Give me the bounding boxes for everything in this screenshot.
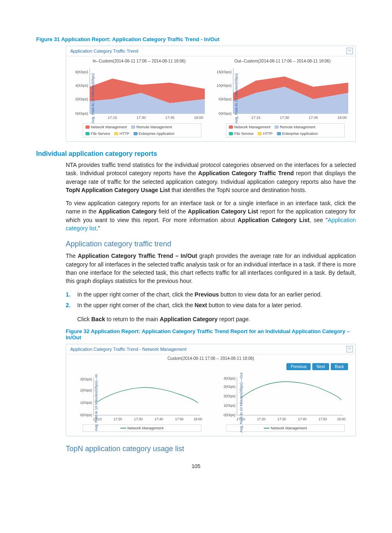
ytick: 2(Kbps): [80, 389, 92, 393]
text: button to view data for an earlier perio…: [219, 291, 322, 298]
legend-label: File Service: [234, 132, 254, 136]
heading-topn-usage-list: TopN application category usage list: [66, 445, 356, 453]
legend-label: Network Management: [127, 426, 164, 430]
legend-label: Remote Management: [280, 125, 316, 129]
figure32-in-chart: Avg. Rate in 10 Minutes(Kbps)—In 0(Kbps)…: [69, 373, 210, 432]
xtick: 17:20: [113, 417, 122, 421]
legend: Network Management: [226, 424, 345, 432]
ytick: 2(Kbps): [75, 97, 88, 101]
xtick: 17:30: [280, 116, 289, 120]
page-number: 105: [36, 463, 356, 469]
xtick: 17:30: [134, 417, 143, 421]
collapse-icon[interactable]: −: [346, 48, 353, 54]
text: , see ": [309, 217, 327, 223]
text: report page.: [218, 316, 250, 322]
xtick: 17:45: [309, 116, 318, 120]
heading-individual-category-reports: Individual application category reports: [36, 150, 356, 158]
legend-label: Enterprise Application: [282, 132, 318, 136]
text: In the upper right corner of the chart, …: [77, 302, 195, 308]
legend: Network Management: [83, 424, 201, 432]
figure32-panel-header: Application Category Traffic Trend - Net…: [66, 344, 355, 355]
legend-label: File Service: [91, 132, 110, 136]
paragraph: To view application category reports for…: [66, 199, 356, 232]
figure31-caption: Figure 31 Application Report: Applicatio…: [36, 36, 356, 42]
legend-label: Network Management: [271, 426, 307, 430]
legend: Network Management Remote Management Fil…: [226, 123, 345, 137]
text: to return to the main: [105, 316, 160, 322]
ytick: 0(Kbps): [75, 111, 88, 116]
text: In the upper right corner of the chart, …: [77, 291, 195, 298]
back-button[interactable]: Back: [331, 363, 348, 370]
y-axis-label: Avg. Rate in 10 Minutes(Kbps)—Out: [239, 373, 243, 433]
legend-label: HTTP: [263, 132, 273, 136]
ytick: 2(Kbps): [224, 385, 235, 389]
text: button to view data for a later period.: [207, 302, 302, 308]
legend-label: Network Management: [234, 125, 270, 129]
text: field of the: [157, 208, 188, 215]
ytick: 15(Kbps): [217, 70, 232, 74]
xtick: 18:00: [337, 116, 347, 120]
ytick: 4(Kbps): [75, 83, 88, 88]
text-bold: Next: [195, 302, 207, 308]
previous-button[interactable]: Previous: [286, 363, 311, 370]
legend: Network Management Remote Management Fil…: [83, 123, 201, 137]
ytick: 0(Kbps): [219, 111, 232, 116]
text-bold: Application Category: [160, 316, 218, 322]
text-bold: Application Category: [99, 208, 157, 215]
figure31-out-chart: Out--Custom(2014-08-11 17:06 -- 2014-08-…: [212, 59, 353, 137]
ytick: 5(Kbps): [219, 97, 232, 101]
step-1: 1. In the upper right corner of the char…: [66, 290, 356, 299]
text: The: [66, 253, 78, 259]
y-axis-label: Avg. Rate in 10 Minutes(Kbps): [234, 73, 238, 123]
xtick: 17:15: [251, 116, 261, 120]
legend-label: Remote Management: [136, 125, 172, 129]
text-bold: Application Category Traffic Trend – In/…: [78, 253, 197, 259]
figure31-panel-header: Application Category Traffic Trend −: [66, 46, 355, 56]
xtick: 17:40: [298, 417, 307, 421]
xtick: 17:45: [165, 116, 175, 120]
xtick: 17:20: [257, 417, 265, 421]
text-bold: Application Category List: [238, 217, 309, 223]
step-2: 2. In the upper right corner of the char…: [66, 301, 356, 309]
xtick: 17:50: [318, 417, 327, 421]
xtick: 18:00: [194, 116, 203, 120]
ytick: 0(Kbps): [224, 413, 235, 417]
step-number: 2.: [66, 301, 72, 309]
ytick: 2(Kbps): [224, 394, 235, 399]
y-axis-label: Avg. Rate in 10 Minutes(Kbps)—In: [94, 374, 98, 431]
xtick: 17:50: [175, 417, 184, 421]
text-bold: Back: [91, 316, 105, 322]
text-bold: Application Category Traffic Trend: [198, 170, 294, 176]
ytick: 1(Kbps): [224, 404, 235, 408]
text: .": [97, 225, 100, 232]
next-button[interactable]: Next: [312, 363, 329, 370]
y-axis-label: Avg. Rate in 10 Minutes(Kbps): [91, 73, 95, 123]
figure32-panel-title: Application Category Traffic Trend - Net…: [70, 347, 187, 352]
ytick: 1(Kbps): [80, 401, 92, 405]
figure31-in-chart: In--Custom(2014-08-11 17:06 -- 2014-08-1…: [69, 59, 210, 137]
xtick: 17:30: [277, 417, 286, 421]
figure31-out-title: Out--Custom(2014-08-11 17:06 -- 2014-08-…: [212, 59, 353, 63]
xtick: 18:00: [194, 417, 202, 421]
ytick: 10(Kbps): [217, 83, 232, 88]
xtick: 17:40: [154, 417, 163, 421]
paragraph: The Application Category Traffic Trend –…: [66, 252, 356, 285]
figure31-panel-title: Application Category Traffic Trend: [70, 49, 138, 53]
legend-label: HTTP: [120, 132, 129, 136]
ytick: 3(Kbps): [80, 377, 92, 381]
xtick: 18:00: [337, 417, 346, 421]
steps-list: 1. In the upper right corner of the char…: [66, 290, 356, 310]
collapse-icon[interactable]: −: [346, 346, 353, 352]
heading-application-category-traffic-trend: Application category traffic trend: [66, 240, 356, 248]
figure31-in-title: In--Custom(2014-08-11 17:06 -- 2014-08-1…: [69, 59, 210, 63]
text-bold: Application Category List: [188, 208, 258, 215]
text-bold: Previous: [195, 291, 219, 298]
text: Click: [77, 316, 91, 322]
step-number: 1.: [66, 290, 72, 299]
text: that identifies the TopN source and dest…: [170, 187, 307, 193]
figure31-panel: Application Category Traffic Trend − In-…: [66, 46, 356, 142]
figure32-subtitle: Custom(2014-08-11 17:06 -- 2014-08-11 18…: [66, 356, 355, 361]
text-bold: TopN Application Category Usage List: [66, 187, 170, 193]
ytick: 0(Kbps): [80, 413, 92, 417]
figure32-panel: Application Category Traffic Trend - Net…: [66, 344, 356, 436]
